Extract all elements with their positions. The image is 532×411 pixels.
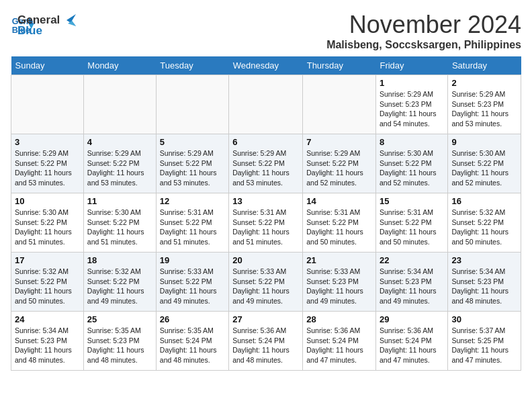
- day-number: 22: [380, 255, 444, 265]
- day-info: Sunrise: 5:36 AM Sunset: 5:24 PM Dayligh…: [232, 326, 299, 365]
- calendar-cell: 21Sunrise: 5:33 AM Sunset: 5:23 PM Dayli…: [303, 253, 376, 312]
- day-info: Sunrise: 5:29 AM Sunset: 5:22 PM Dayligh…: [306, 148, 372, 188]
- weekday-header-tuesday: Tuesday: [156, 56, 228, 75]
- day-number: 12: [160, 196, 225, 206]
- logo-blue: Blue: [17, 24, 76, 38]
- calendar-cell: 26Sunrise: 5:35 AM Sunset: 5:24 PM Dayli…: [156, 312, 228, 371]
- calendar-cell: 3Sunrise: 5:29 AM Sunset: 5:22 PM Daylig…: [11, 134, 84, 193]
- day-number: 18: [87, 255, 152, 265]
- day-number: 28: [306, 314, 372, 324]
- day-info: Sunrise: 5:30 AM Sunset: 5:22 PM Dayligh…: [15, 208, 80, 247]
- calendar-cell: 14Sunrise: 5:31 AM Sunset: 5:22 PM Dayli…: [303, 193, 376, 253]
- day-info: Sunrise: 5:37 AM Sunset: 5:25 PM Dayligh…: [451, 326, 517, 365]
- calendar-cell: 23Sunrise: 5:34 AM Sunset: 5:23 PM Dayli…: [448, 253, 521, 312]
- day-number: 1: [380, 78, 444, 88]
- day-number: 27: [232, 314, 299, 324]
- day-info: Sunrise: 5:31 AM Sunset: 5:22 PM Dayligh…: [306, 208, 372, 247]
- week-row-2: 3Sunrise: 5:29 AM Sunset: 5:22 PM Daylig…: [11, 134, 521, 193]
- day-number: 13: [232, 196, 299, 206]
- weekday-header-row: SundayMondayTuesdayWednesdayThursdayFrid…: [11, 56, 521, 75]
- calendar-cell: [229, 75, 303, 134]
- weekday-header-sunday: Sunday: [11, 56, 84, 75]
- weekday-header-monday: Monday: [83, 56, 156, 75]
- page-header: General Blue General Blue November 2024 …: [11, 11, 521, 51]
- calendar-cell: [83, 75, 156, 134]
- day-info: Sunrise: 5:32 AM Sunset: 5:22 PM Dayligh…: [15, 267, 80, 306]
- day-number: 17: [15, 255, 80, 265]
- day-info: Sunrise: 5:36 AM Sunset: 5:24 PM Dayligh…: [306, 326, 372, 365]
- calendar-cell: 30Sunrise: 5:37 AM Sunset: 5:25 PM Dayli…: [448, 312, 521, 371]
- week-row-1: 1Sunrise: 5:29 AM Sunset: 5:23 PM Daylig…: [11, 75, 521, 134]
- calendar-cell: 12Sunrise: 5:31 AM Sunset: 5:22 PM Dayli…: [156, 193, 228, 253]
- calendar-cell: 4Sunrise: 5:29 AM Sunset: 5:22 PM Daylig…: [83, 134, 156, 193]
- month-title: November 2024: [326, 11, 521, 39]
- day-info: Sunrise: 5:30 AM Sunset: 5:22 PM Dayligh…: [87, 208, 152, 247]
- day-number: 2: [451, 78, 517, 88]
- day-info: Sunrise: 5:29 AM Sunset: 5:22 PM Dayligh…: [232, 148, 299, 188]
- day-info: Sunrise: 5:31 AM Sunset: 5:22 PM Dayligh…: [380, 208, 444, 247]
- weekday-header-saturday: Saturday: [448, 56, 521, 75]
- day-number: 25: [87, 314, 152, 324]
- day-info: Sunrise: 5:32 AM Sunset: 5:22 PM Dayligh…: [451, 208, 517, 247]
- day-info: Sunrise: 5:33 AM Sunset: 5:22 PM Dayligh…: [232, 267, 299, 306]
- day-info: Sunrise: 5:35 AM Sunset: 5:23 PM Dayligh…: [87, 326, 152, 365]
- calendar-cell: 20Sunrise: 5:33 AM Sunset: 5:22 PM Dayli…: [229, 253, 303, 312]
- calendar-cell: [156, 75, 228, 134]
- calendar-cell: 22Sunrise: 5:34 AM Sunset: 5:23 PM Dayli…: [375, 253, 447, 312]
- calendar-cell: 16Sunrise: 5:32 AM Sunset: 5:22 PM Dayli…: [448, 193, 521, 253]
- day-info: Sunrise: 5:29 AM Sunset: 5:23 PM Dayligh…: [451, 89, 517, 129]
- calendar-cell: 9Sunrise: 5:30 AM Sunset: 5:22 PM Daylig…: [448, 134, 521, 193]
- calendar-cell: 25Sunrise: 5:35 AM Sunset: 5:23 PM Dayli…: [83, 312, 156, 371]
- day-number: 23: [451, 255, 517, 265]
- day-number: 20: [232, 255, 299, 265]
- day-number: 19: [160, 255, 225, 265]
- calendar-cell: 11Sunrise: 5:30 AM Sunset: 5:22 PM Dayli…: [83, 193, 156, 253]
- title-block: November 2024 Malisbeng, Soccsksargen, P…: [326, 11, 521, 51]
- day-number: 30: [451, 314, 517, 324]
- calendar-cell: 2Sunrise: 5:29 AM Sunset: 5:23 PM Daylig…: [448, 75, 521, 134]
- day-info: Sunrise: 5:32 AM Sunset: 5:22 PM Dayligh…: [87, 267, 152, 306]
- calendar-cell: 27Sunrise: 5:36 AM Sunset: 5:24 PM Dayli…: [229, 312, 303, 371]
- day-number: 26: [160, 314, 225, 324]
- calendar-table: SundayMondayTuesdayWednesdayThursdayFrid…: [11, 56, 521, 371]
- day-info: Sunrise: 5:29 AM Sunset: 5:23 PM Dayligh…: [380, 89, 444, 129]
- day-number: 9: [451, 137, 517, 147]
- day-info: Sunrise: 5:34 AM Sunset: 5:23 PM Dayligh…: [15, 326, 80, 365]
- day-number: 16: [451, 196, 517, 206]
- calendar-cell: 15Sunrise: 5:31 AM Sunset: 5:22 PM Dayli…: [375, 193, 447, 253]
- calendar-cell: 19Sunrise: 5:33 AM Sunset: 5:22 PM Dayli…: [156, 253, 228, 312]
- day-info: Sunrise: 5:30 AM Sunset: 5:22 PM Dayligh…: [380, 148, 444, 188]
- day-info: Sunrise: 5:31 AM Sunset: 5:22 PM Dayligh…: [232, 208, 299, 247]
- calendar-cell: [303, 75, 376, 134]
- calendar-cell: 7Sunrise: 5:29 AM Sunset: 5:22 PM Daylig…: [303, 134, 376, 193]
- calendar-cell: [11, 75, 84, 134]
- calendar-cell: 1Sunrise: 5:29 AM Sunset: 5:23 PM Daylig…: [375, 75, 447, 134]
- weekday-header-wednesday: Wednesday: [229, 56, 303, 75]
- day-info: Sunrise: 5:35 AM Sunset: 5:24 PM Dayligh…: [160, 326, 225, 365]
- day-number: 7: [306, 137, 372, 147]
- day-info: Sunrise: 5:33 AM Sunset: 5:23 PM Dayligh…: [306, 267, 372, 306]
- day-number: 21: [306, 255, 372, 265]
- day-info: Sunrise: 5:36 AM Sunset: 5:24 PM Dayligh…: [380, 326, 444, 365]
- day-number: 29: [380, 314, 444, 324]
- day-number: 24: [15, 314, 80, 324]
- week-row-3: 10Sunrise: 5:30 AM Sunset: 5:22 PM Dayli…: [11, 193, 521, 253]
- calendar-cell: 6Sunrise: 5:29 AM Sunset: 5:22 PM Daylig…: [229, 134, 303, 193]
- day-number: 4: [87, 137, 152, 147]
- day-number: 3: [15, 137, 80, 147]
- day-number: 11: [87, 196, 152, 206]
- calendar-cell: 13Sunrise: 5:31 AM Sunset: 5:22 PM Dayli…: [229, 193, 303, 253]
- weekday-header-friday: Friday: [375, 56, 447, 75]
- day-number: 5: [160, 137, 225, 147]
- location-title: Malisbeng, Soccsksargen, Philippines: [326, 39, 521, 51]
- calendar-cell: 18Sunrise: 5:32 AM Sunset: 5:22 PM Dayli…: [83, 253, 156, 312]
- calendar-cell: 29Sunrise: 5:36 AM Sunset: 5:24 PM Dayli…: [375, 312, 447, 371]
- day-number: 15: [380, 196, 444, 206]
- calendar-cell: 17Sunrise: 5:32 AM Sunset: 5:22 PM Dayli…: [11, 253, 84, 312]
- week-row-5: 24Sunrise: 5:34 AM Sunset: 5:23 PM Dayli…: [11, 312, 521, 371]
- calendar-cell: 28Sunrise: 5:36 AM Sunset: 5:24 PM Dayli…: [303, 312, 376, 371]
- day-info: Sunrise: 5:29 AM Sunset: 5:22 PM Dayligh…: [87, 148, 152, 188]
- calendar-cell: 24Sunrise: 5:34 AM Sunset: 5:23 PM Dayli…: [11, 312, 84, 371]
- week-row-4: 17Sunrise: 5:32 AM Sunset: 5:22 PM Dayli…: [11, 253, 521, 312]
- logo: General Blue General Blue: [11, 11, 76, 38]
